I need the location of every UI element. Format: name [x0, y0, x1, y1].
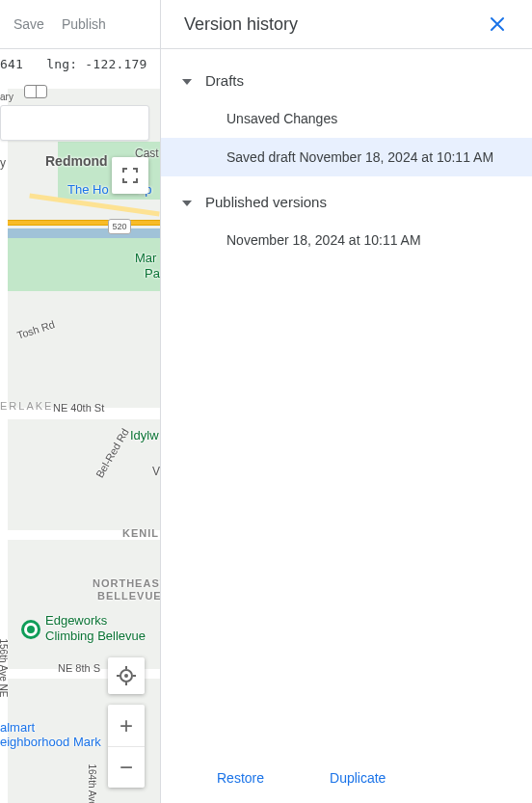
zoom-in-button[interactable]: + [108, 705, 145, 746]
version-history-panel: Version history Drafts Unsaved Changes S… [160, 0, 532, 803]
poi-marker[interactable] [21, 620, 40, 639]
map-label-hood: NORTHEAST [93, 577, 160, 589]
version-item-published[interactable]: November 18, 2024 at 10:11 AM [161, 221, 532, 259]
coordinates-readout: 641 lng: -122.179 [0, 57, 147, 71]
section-label: Drafts [205, 72, 244, 89]
map-label-store: almart [0, 720, 35, 735]
duplicate-button[interactable]: Duplicate [320, 763, 395, 793]
publish-button[interactable]: Publish [62, 16, 106, 32]
map-label-hood: BELLEVUE [97, 590, 160, 602]
version-item-unsaved[interactable]: Unsaved Changes [161, 99, 532, 138]
transit-icon [24, 85, 47, 98]
map-label-idylwood: Idylw [130, 428, 159, 442]
map-label: ary [0, 92, 13, 102]
save-button[interactable]: Save [13, 16, 44, 32]
panel-title: Version history [184, 14, 298, 35]
map-label: V [152, 465, 160, 478]
crosshair-icon [117, 666, 136, 685]
map-label-road: 164th Ave NE [87, 764, 97, 804]
my-location-button[interactable] [108, 657, 145, 694]
map-label-road: Bel-Red Rd [93, 426, 131, 479]
chevron-down-icon [182, 71, 192, 89]
highway-shield: 520 [108, 219, 131, 234]
chevron-down-icon [182, 193, 192, 210]
map-label-road: NE 40th St [53, 402, 104, 414]
search-input[interactable] [0, 105, 149, 141]
version-item-saved-draft[interactable]: Saved draft November 18, 2024 at 10:11 A… [161, 138, 532, 176]
top-toolbar: Save Publish [0, 0, 160, 49]
zoom-out-button[interactable]: − [108, 746, 145, 788]
panel-footer: Restore Duplicate [161, 753, 532, 803]
svg-point-1 [124, 674, 128, 678]
map-label-road: Tosh Rd [15, 318, 56, 341]
fullscreen-icon [121, 167, 139, 184]
close-button[interactable] [486, 13, 509, 36]
map-label-homedepot: The Ho [67, 182, 109, 197]
zoom-control: + − [108, 705, 145, 788]
panel-header: Version history [161, 0, 532, 49]
map-label-road: NE 8th S [58, 662, 100, 674]
map-canvas[interactable]: 520 ary Redmond Cast y The Ho ep Mar Pa … [0, 89, 160, 803]
map-label: Pa [145, 266, 160, 281]
restore-button[interactable]: Restore [207, 763, 274, 793]
map-label: y [0, 156, 6, 170]
section-toggle-published[interactable]: Published versions [161, 182, 532, 221]
map-label-hood: KENIL [122, 527, 159, 539]
section-toggle-drafts[interactable]: Drafts [161, 61, 532, 99]
map-label-marymoor: Mar [135, 251, 156, 265]
close-icon [490, 16, 505, 32]
fullscreen-button[interactable] [112, 157, 148, 194]
section-label: Published versions [205, 194, 327, 210]
map-label-redmond: Redmond [45, 153, 108, 169]
panel-body: Drafts Unsaved Changes Saved draft Novem… [161, 49, 532, 753]
map-label-poi: Edgeworks [45, 613, 107, 628]
map-label-hood: ERLAKE [0, 400, 53, 412]
map-label-road: 156th Ave NE [0, 639, 9, 698]
map-label-store: eighborhood Mark [0, 735, 101, 749]
map-label-poi: Climbing Bellevue [45, 629, 146, 643]
